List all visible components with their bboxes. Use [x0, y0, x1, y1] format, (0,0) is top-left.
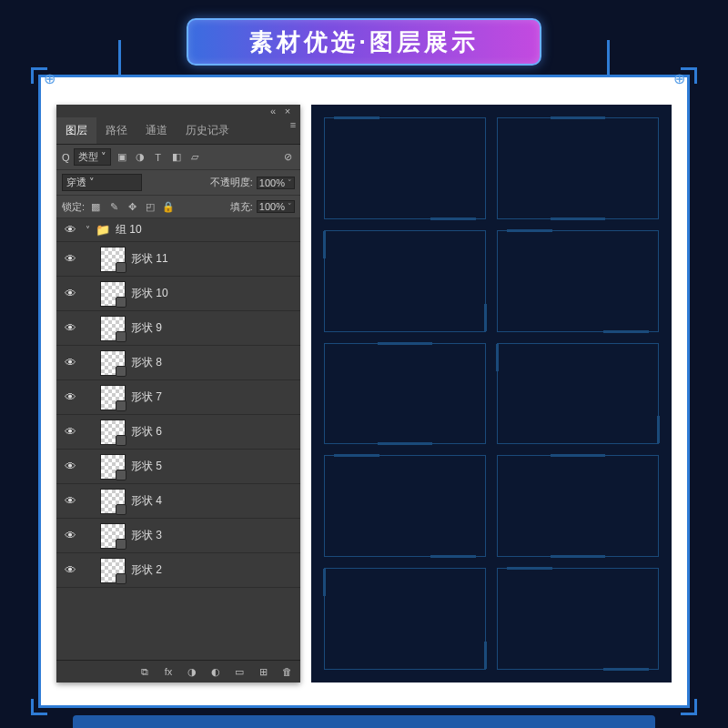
hud-frame-preview: [324, 455, 486, 557]
layer-thumbnail: [100, 558, 126, 583]
filter-toggle-icon[interactable]: ⊘: [280, 150, 295, 165]
chevron-down-icon[interactable]: ˅: [86, 225, 90, 235]
panel-titlebar: « ×: [56, 105, 300, 117]
registration-mark-icon: ⊕: [672, 71, 686, 86]
visibility-eye-icon[interactable]: 👁: [65, 252, 76, 266]
hud-frame-preview: [497, 117, 659, 219]
fill-label: 填充:: [230, 200, 253, 214]
frame-connector-right: [607, 40, 610, 76]
layer-mask-icon[interactable]: ◑: [184, 664, 200, 679]
adjustment-layer-icon[interactable]: ◐: [207, 664, 224, 679]
frame-corner-br: [681, 699, 697, 715]
visibility-eye-icon[interactable]: 👁: [65, 223, 76, 237]
filter-type-dropdown[interactable]: 类型 ˅: [74, 148, 111, 166]
new-layer-icon[interactable]: ⊞: [255, 664, 271, 679]
layer-name: 形状 4: [131, 493, 162, 509]
visibility-eye-icon[interactable]: 👁: [65, 287, 76, 300]
filter-label: 类型: [78, 151, 98, 162]
hud-frame-preview: [497, 455, 659, 557]
collapse-icon[interactable]: «: [266, 104, 280, 118]
filter-shape-icon[interactable]: ◧: [169, 150, 184, 165]
tab-paths[interactable]: 路径: [96, 117, 136, 144]
layer-thumbnail: [100, 420, 126, 445]
opacity-label: 不透明度:: [210, 176, 253, 189]
layer-row[interactable]: 👁 形状 2: [56, 553, 300, 588]
layer-fx-button[interactable]: fx: [160, 664, 177, 679]
visibility-eye-icon[interactable]: 👁: [65, 356, 76, 369]
close-icon[interactable]: ×: [280, 104, 295, 118]
hud-frame-preview: [497, 343, 659, 445]
new-group-icon[interactable]: ▭: [231, 664, 248, 679]
visibility-eye-icon[interactable]: 👁: [65, 494, 76, 508]
lock-row: 锁定: ▩ ✎ ✥ ◰ 🔒 填充: 100%˅: [56, 196, 300, 218]
lock-all-icon[interactable]: 🔒: [161, 199, 176, 214]
page-title-badge: 素材优选·图层展示: [187, 18, 541, 66]
layer-thumbnail: [100, 454, 126, 480]
filter-smart-icon[interactable]: ▱: [187, 150, 202, 165]
layer-name: 形状 8: [131, 355, 162, 370]
layer-name: 组 10: [116, 222, 142, 238]
lock-pixels-icon[interactable]: ▩: [88, 199, 103, 214]
layer-name: 形状 7: [131, 389, 162, 405]
lock-position-icon[interactable]: ✥: [125, 199, 139, 214]
filter-image-icon[interactable]: ▣: [115, 150, 129, 165]
layer-group-row[interactable]: 👁 ˅ 📁 组 10: [56, 218, 300, 242]
opacity-input[interactable]: 100%˅: [257, 177, 295, 189]
panel-menu-icon[interactable]: ≡: [286, 117, 300, 132]
layer-row[interactable]: 👁 形状 8: [56, 346, 300, 380]
visibility-eye-icon[interactable]: 👁: [65, 529, 76, 542]
layer-list: 👁 ˅ 📁 组 10 👁 形状 11 👁 形状 10 👁 形状 9: [56, 218, 300, 660]
hud-frame-preview: [497, 568, 659, 670]
layer-row[interactable]: 👁 形状 5: [56, 450, 300, 484]
tab-history[interactable]: 历史记录: [177, 117, 238, 144]
visibility-eye-icon[interactable]: 👁: [65, 390, 76, 404]
tab-layers[interactable]: 图层: [56, 117, 96, 144]
visibility-eye-icon[interactable]: 👁: [65, 460, 76, 473]
layer-row[interactable]: 👁 形状 10: [56, 277, 300, 311]
content-area: « × 图层 路径 通道 历史记录 ≡ Q 类型 ˅ ▣ ◑ T ◧ ▱ ⊘ 穿…: [56, 105, 672, 682]
fill-input[interactable]: 100%˅: [257, 200, 295, 213]
layer-thumbnail: [100, 350, 126, 376]
lock-label: 锁定:: [62, 200, 85, 214]
lock-artboard-icon[interactable]: ◰: [143, 199, 157, 214]
hud-frame-preview: [497, 230, 659, 332]
layer-thumbnail: [100, 489, 126, 514]
layer-name: 形状 3: [131, 528, 162, 543]
layer-row[interactable]: 👁 形状 4: [56, 484, 300, 519]
panel-footer: ⧉ fx ◑ ◐ ▭ ⊞ 🗑: [56, 660, 300, 682]
frame-bottom-bar: [73, 715, 655, 728]
blend-mode-value: 穿透: [66, 177, 86, 187]
hud-frame-preview: [324, 230, 486, 332]
layer-row[interactable]: 👁 形状 7: [56, 380, 300, 415]
visibility-eye-icon[interactable]: 👁: [65, 321, 76, 335]
layer-row[interactable]: 👁 形状 3: [56, 519, 300, 553]
lock-brush-icon[interactable]: ✎: [106, 199, 121, 214]
tab-label: 路径: [106, 124, 127, 136]
layers-panel: « × 图层 路径 通道 历史记录 ≡ Q 类型 ˅ ▣ ◑ T ◧ ▱ ⊘ 穿…: [56, 105, 300, 682]
layer-filter-row: Q 类型 ˅ ▣ ◑ T ◧ ▱ ⊘: [56, 145, 300, 170]
hud-frame-preview: [324, 117, 486, 219]
link-layers-icon[interactable]: ⧉: [136, 664, 153, 679]
layer-name: 形状 9: [131, 320, 162, 336]
visibility-eye-icon[interactable]: 👁: [65, 425, 76, 439]
layer-row[interactable]: 👁 形状 9: [56, 311, 300, 346]
visibility-eye-icon[interactable]: 👁: [65, 563, 76, 577]
panel-tabs: 图层 路径 通道 历史记录 ≡: [56, 117, 300, 145]
filter-adjust-icon[interactable]: ◑: [133, 150, 147, 165]
delete-layer-icon[interactable]: 🗑: [278, 664, 295, 679]
layer-row[interactable]: 👁 形状 6: [56, 415, 300, 450]
tab-channels[interactable]: 通道: [136, 117, 177, 144]
chevron-down-icon: ˅: [288, 202, 292, 211]
layer-thumbnail: [100, 316, 126, 341]
filter-text-icon[interactable]: T: [151, 150, 166, 165]
frame-connector-left: [118, 40, 121, 76]
hud-frame-preview: [324, 568, 486, 670]
blend-mode-dropdown[interactable]: 穿透 ˅: [62, 174, 142, 191]
layer-name: 形状 11: [131, 251, 168, 267]
layer-thumbnail: [100, 385, 126, 410]
layer-row[interactable]: 👁 形状 11: [56, 242, 300, 277]
folder-icon: 📁: [96, 223, 110, 237]
layer-thumbnail: [100, 281, 126, 307]
chevron-down-icon: ˅: [288, 178, 292, 187]
opacity-value: 100%: [259, 177, 285, 188]
